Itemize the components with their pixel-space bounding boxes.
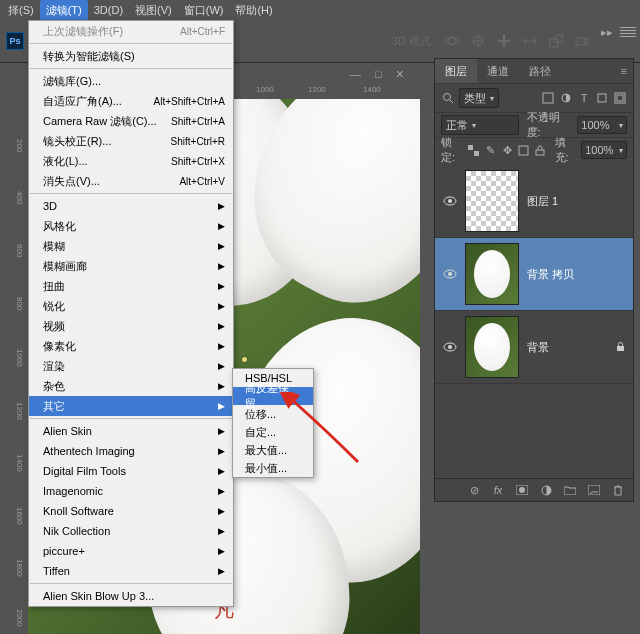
camera-icon[interactable] — [574, 33, 590, 49]
layer-name[interactable]: 背景 拷贝 — [527, 267, 574, 282]
menu-noise[interactable]: 杂色▶ — [29, 376, 233, 396]
lock-all-icon[interactable] — [534, 143, 547, 157]
menu-render[interactable]: 渲染▶ — [29, 356, 233, 376]
menu-pixelate[interactable]: 像素化▶ — [29, 336, 233, 356]
menu-other[interactable]: 其它▶ — [29, 396, 233, 416]
filter-text-icon[interactable]: T — [577, 91, 591, 105]
lock-trans-icon[interactable] — [468, 143, 481, 157]
filter-smart-icon[interactable] — [613, 91, 627, 105]
menu-athentech[interactable]: Athentech Imaging▶ — [29, 441, 233, 461]
menu-lens-correction[interactable]: 镜头校正(R)...Shift+Ctrl+R — [29, 131, 233, 151]
menu-imagenomic[interactable]: Imagenomic▶ — [29, 481, 233, 501]
search-icon[interactable] — [441, 91, 455, 105]
menu-sharpen[interactable]: 锐化▶ — [29, 296, 233, 316]
menu-alien-skin[interactable]: Alien Skin▶ — [29, 421, 233, 441]
tab-layers[interactable]: 图层 — [435, 59, 477, 83]
roll-icon[interactable] — [470, 33, 486, 49]
filter-adjust-icon[interactable] — [559, 91, 573, 105]
menu-view[interactable]: 视图(V) — [129, 0, 178, 20]
lock-icon — [616, 342, 625, 352]
mode-label: 3D 模式: — [392, 34, 434, 49]
menu-alien-skin-blowup[interactable]: Alien Skin Blow Up 3... — [29, 586, 233, 606]
new-layer-icon[interactable] — [587, 483, 601, 497]
menu-filter[interactable]: 滤镜(T) — [40, 0, 88, 20]
submenu-custom[interactable]: 自定... — [233, 423, 313, 441]
layer-name[interactable]: 图层 1 — [527, 194, 558, 209]
lock-pos-icon[interactable]: ✥ — [501, 143, 514, 157]
menu-camera-raw[interactable]: Camera Raw 滤镜(C)...Shift+Ctrl+A — [29, 111, 233, 131]
svg-rect-14 — [474, 151, 479, 156]
layer-thumbnail[interactable] — [465, 243, 519, 305]
lock-image-icon[interactable]: ✎ — [484, 143, 497, 157]
menu-help[interactable]: 帮助(H) — [229, 0, 278, 20]
layer-row[interactable]: 图层 1 — [435, 165, 633, 238]
panel-menu-icon[interactable]: ≡ — [621, 65, 627, 77]
visibility-icon[interactable] — [435, 342, 465, 352]
filter-shape-icon[interactable] — [595, 91, 609, 105]
minimize-button[interactable]: — — [350, 68, 361, 80]
menu-3d-sub[interactable]: 3D▶ — [29, 196, 233, 216]
maximize-button[interactable]: □ — [375, 68, 382, 80]
close-button[interactable]: × — [396, 66, 404, 82]
mask-icon[interactable] — [515, 483, 529, 497]
submenu-maximum[interactable]: 最大值... — [233, 441, 313, 459]
menu-video[interactable]: 视频▶ — [29, 316, 233, 336]
filter-row: 类型▾ T — [435, 83, 633, 112]
collapse-icon[interactable]: ▸▸ — [596, 24, 618, 40]
svg-point-1 — [445, 38, 459, 44]
tab-channels[interactable]: 通道 — [477, 59, 519, 83]
layers-panel: 图层 通道 路径 ≡ 类型▾ T 正常▾ 不透明度: 100%▾ 锁定: ✎ ✥… — [434, 58, 634, 502]
opacity-input[interactable]: 100%▾ — [577, 116, 627, 134]
svg-rect-8 — [543, 93, 553, 103]
menu-piccure[interactable]: piccure+▶ — [29, 541, 233, 561]
layer-row[interactable]: 背景 — [435, 311, 633, 384]
menu-vanishing-point[interactable]: 消失点(V)...Alt+Ctrl+V — [29, 171, 233, 191]
orbit-icon[interactable] — [444, 33, 460, 49]
window-controls: — □ × — [350, 64, 404, 84]
group-icon[interactable] — [563, 483, 577, 497]
visibility-icon[interactable] — [435, 196, 465, 206]
fill-input[interactable]: 100%▾ — [581, 141, 627, 159]
layer-name[interactable]: 背景 — [527, 340, 549, 355]
other-submenu: HSB/HSL 高反差保留... 位移... 自定... 最大值... 最小值.… — [232, 368, 314, 478]
blend-mode-select[interactable]: 正常▾ — [441, 115, 519, 135]
adjustment-icon[interactable] — [539, 483, 553, 497]
menu-liquify[interactable]: 液化(L)...Shift+Ctrl+X — [29, 151, 233, 171]
menu-nik[interactable]: Nik Collection▶ — [29, 521, 233, 541]
menu-knoll[interactable]: Knoll Software▶ — [29, 501, 233, 521]
menu-convert-smart[interactable]: 转换为智能滤镜(S) — [29, 46, 233, 66]
menu-blur-gallery[interactable]: 模糊画廊▶ — [29, 256, 233, 276]
menu-stylize[interactable]: 风格化▶ — [29, 216, 233, 236]
filter-menu-dropdown: 上次滤镜操作(F)Alt+Ctrl+F 转换为智能滤镜(S) 滤镜库(G)...… — [28, 20, 234, 607]
menu-blur[interactable]: 模糊▶ — [29, 236, 233, 256]
filter-pixel-icon[interactable] — [541, 91, 555, 105]
submenu-high-pass[interactable]: 高反差保留... — [233, 387, 313, 405]
scale-icon[interactable] — [548, 33, 564, 49]
lock-label: 锁定: — [441, 135, 464, 165]
layer-thumbnail[interactable] — [465, 170, 519, 232]
layers-footer: ⊘ fx — [435, 478, 633, 501]
layer-thumbnail[interactable] — [465, 316, 519, 378]
menu-3d[interactable]: 3D(D) — [88, 0, 129, 20]
vertical-ruler: 200400600800100012001400160018002000 — [14, 99, 28, 634]
svg-point-20 — [448, 272, 452, 276]
trash-icon[interactable] — [611, 483, 625, 497]
visibility-icon[interactable] — [435, 269, 465, 279]
lock-artboard-icon[interactable] — [517, 143, 530, 157]
menu-distort[interactable]: 扭曲▶ — [29, 276, 233, 296]
link-layers-icon[interactable]: ⊘ — [467, 483, 481, 497]
menu-adaptive-wide[interactable]: 自适应广角(A)...Alt+Shift+Ctrl+A — [29, 91, 233, 111]
menu-select[interactable]: 择(S) — [2, 0, 40, 20]
fx-icon[interactable]: fx — [491, 483, 505, 497]
pan-icon[interactable] — [496, 33, 512, 49]
layer-row[interactable]: 背景 拷贝 — [435, 238, 633, 311]
menu-filter-gallery[interactable]: 滤镜库(G)... — [29, 71, 233, 91]
menu-window[interactable]: 窗口(W) — [178, 0, 230, 20]
slide-icon[interactable] — [522, 33, 538, 49]
tab-paths[interactable]: 路径 — [519, 59, 561, 83]
submenu-minimum[interactable]: 最小值... — [233, 459, 313, 477]
kind-select[interactable]: 类型▾ — [459, 88, 499, 108]
panel-menu-icon[interactable] — [620, 24, 636, 40]
menu-tiffen[interactable]: Tiffen▶ — [29, 561, 233, 581]
menu-digital-film[interactable]: Digital Film Tools▶ — [29, 461, 233, 481]
